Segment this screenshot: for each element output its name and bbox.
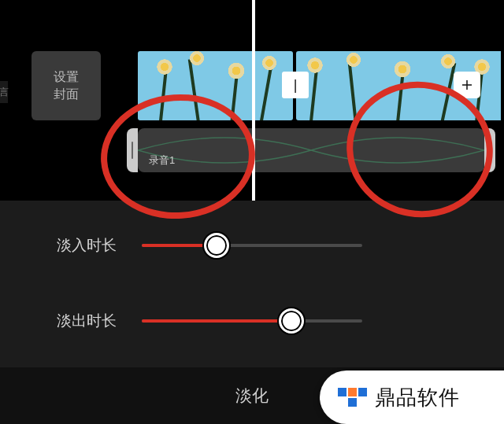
fade-out-slider[interactable]	[142, 319, 362, 323]
slider-fill	[142, 319, 291, 323]
tab-fade[interactable]: 淡化	[235, 385, 269, 407]
audio-clip[interactable]: 录音1	[138, 128, 484, 172]
audio-trim-handle-right[interactable]	[484, 128, 495, 172]
cover-label-line1: 设置	[54, 68, 79, 86]
plus-icon	[460, 78, 474, 92]
audio-trim-handle-left[interactable]	[127, 128, 138, 172]
watermark-logo-icon	[335, 381, 369, 414]
timeline-area: 言 设置 封面 |	[0, 0, 504, 201]
cover-label-line2: 封面	[54, 86, 79, 103]
slider-thumb[interactable]	[204, 233, 229, 258]
slider-thumb[interactable]	[279, 308, 304, 334]
video-clip-strip[interactable]	[138, 51, 504, 120]
watermark: 鼎品软件	[320, 371, 504, 424]
transition-button[interactable]: |	[282, 72, 309, 98]
fade-in-slider[interactable]	[142, 244, 362, 247]
playhead[interactable]	[252, 0, 255, 201]
fade-settings-panel: 淡入时长 淡出时长	[0, 201, 504, 367]
fade-in-label: 淡入时长	[0, 235, 142, 256]
watermark-text: 鼎品软件	[375, 384, 460, 411]
fade-out-label: 淡出时长	[0, 311, 142, 331]
fade-envelope	[138, 128, 484, 172]
audio-clip-label: 录音1	[149, 153, 175, 168]
transition-icon: |	[294, 77, 298, 94]
edge-tag: 言	[0, 81, 8, 103]
set-cover-button[interactable]: 设置 封面	[32, 51, 101, 120]
fade-in-row: 淡入时长	[0, 227, 504, 264]
video-clip[interactable]	[138, 51, 293, 120]
fade-out-row: 淡出时长	[0, 303, 504, 339]
add-clip-button[interactable]	[454, 72, 480, 98]
